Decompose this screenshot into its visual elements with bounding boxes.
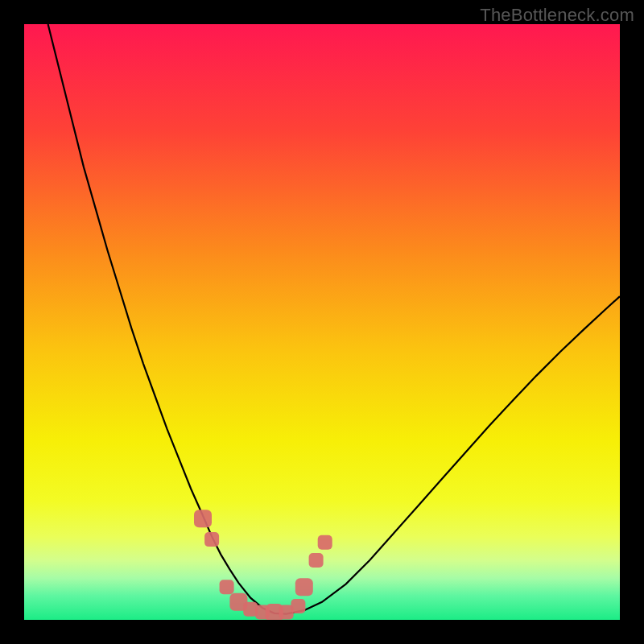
marker-point bbox=[220, 580, 234, 594]
chart-frame: TheBottleneck.com bbox=[0, 0, 644, 644]
marker-point bbox=[194, 510, 212, 527]
watermark-text: TheBottleneck.com bbox=[480, 5, 634, 26]
gradient-background bbox=[24, 24, 620, 620]
marker-point bbox=[318, 535, 332, 550]
marker-point bbox=[204, 532, 219, 547]
plot-area bbox=[24, 24, 620, 620]
marker-point bbox=[309, 553, 324, 568]
marker-point bbox=[291, 599, 305, 613]
marker-point bbox=[295, 578, 313, 596]
chart-svg bbox=[24, 24, 620, 620]
